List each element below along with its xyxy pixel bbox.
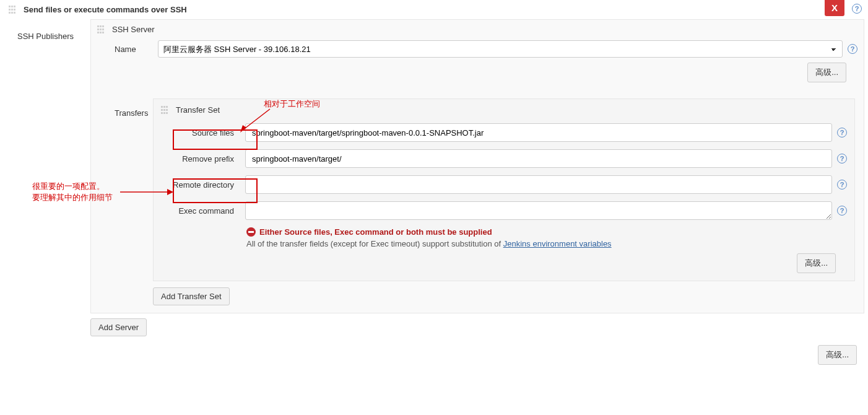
validation-error: Either Source files, Exec command or bot…	[246, 227, 847, 237]
error-icon	[246, 227, 256, 237]
exec-command-label: Exec command	[161, 206, 240, 216]
remove-prefix-label: Remove prefix	[161, 154, 240, 164]
source-files-label: Source files	[161, 128, 240, 138]
transfers-label: Transfers	[97, 98, 153, 305]
error-text: Either Source files, Exec command or bot…	[259, 227, 492, 237]
hint-text: All of the transfer fields (except for E…	[246, 239, 847, 248]
transfer-set-heading: Transfer Set	[176, 105, 220, 115]
drag-handle-icon[interactable]	[9, 6, 17, 14]
server-name-select[interactable]: 阿里云服务器 SSH Server - 39.106.18.21	[158, 40, 843, 58]
remove-prefix-input[interactable]	[245, 149, 832, 168]
server-advanced-button[interactable]: 高级...	[807, 63, 846, 82]
help-icon[interactable]: ?	[837, 154, 847, 164]
publishers-label: SSH Publishers	[17, 19, 90, 336]
source-files-input[interactable]	[245, 123, 832, 142]
env-vars-link[interactable]: Jenkins environment variables	[503, 239, 612, 248]
ssh-server-heading: SSH Server	[112, 25, 155, 34]
help-icon[interactable]: ?	[852, 4, 862, 14]
help-icon[interactable]: ?	[837, 180, 847, 190]
name-label: Name	[97, 45, 153, 54]
help-icon[interactable]: ?	[837, 128, 847, 138]
help-icon[interactable]: ?	[837, 206, 847, 216]
remote-directory-label: Remote directory	[161, 180, 240, 190]
remote-directory-input[interactable]	[245, 175, 832, 194]
section-title: Send files or execute commands over SSH	[24, 5, 187, 14]
exec-command-textarea[interactable]	[245, 201, 832, 220]
add-server-button[interactable]: Add Server	[90, 318, 147, 336]
close-button[interactable]: X	[825, 0, 844, 16]
transfer-advanced-button[interactable]: 高级...	[797, 253, 836, 273]
transfer-set-panel: Transfer Set Source files ? Remove prefi…	[153, 98, 855, 281]
bottom-advanced-button[interactable]: 高级...	[818, 345, 857, 365]
add-transfer-set-button[interactable]: Add Transfer Set	[153, 287, 230, 305]
help-icon[interactable]: ?	[848, 44, 857, 54]
ssh-server-panel: SSH Server Name 阿里云服务器 SSH Server - 39.1…	[90, 19, 864, 313]
drag-handle-icon[interactable]	[161, 106, 170, 115]
section-header: Send files or execute commands over SSH …	[0, 0, 868, 19]
drag-handle-icon[interactable]	[97, 25, 106, 34]
